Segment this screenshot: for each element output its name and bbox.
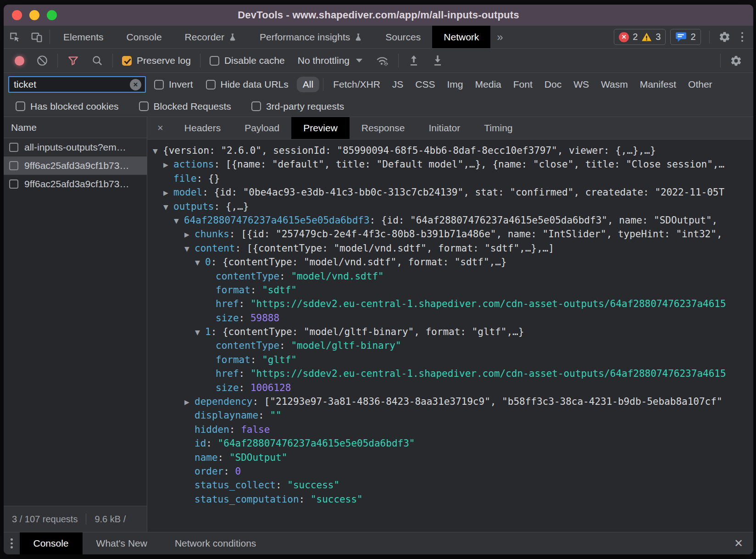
zoom-window-button[interactable] (47, 10, 57, 20)
json-tree-row[interactable]: file: {} (147, 172, 753, 185)
detail-tab-initiator[interactable]: Initiator (417, 117, 472, 139)
filter-funnel-icon[interactable] (62, 55, 84, 67)
json-tree-row[interactable]: contentType: "model/vnd.sdtf" (147, 269, 753, 283)
throttling-dropdown[interactable]: No throttling (292, 55, 368, 66)
json-tree-row[interactable]: size: 59888 (147, 311, 753, 325)
json-tree-row[interactable]: ▼0: {contentType: "model/vnd.sdtf", form… (147, 255, 753, 269)
json-tree-row[interactable]: ▼1: {contentType: "model/gltf-binary", f… (147, 325, 753, 339)
type-filter-wasm[interactable]: Wasm (595, 77, 634, 92)
type-filter-js[interactable]: JS (386, 77, 410, 92)
type-filter-ws[interactable]: WS (567, 77, 595, 92)
checkbox-unchecked[interactable] (139, 101, 149, 111)
checkbox-unchecked[interactable] (210, 56, 219, 66)
type-filter-all[interactable]: All (297, 77, 319, 92)
tree-expand-down-icon[interactable]: ▼ (153, 144, 163, 158)
clear-network-log-icon[interactable] (32, 55, 53, 67)
checkbox-unchecked[interactable] (251, 101, 261, 111)
type-filter-manifest[interactable]: Manifest (634, 77, 682, 92)
tree-expand-down-icon[interactable]: ▼ (163, 200, 173, 214)
preserve-log-checkbox[interactable]: Preserve log (117, 55, 195, 66)
tree-expand-down-icon[interactable]: ▼ (174, 214, 184, 228)
request-row[interactable]: all-inputs-outputs?em… (4, 138, 147, 157)
tab-network[interactable]: Network (432, 26, 490, 48)
name-column-header[interactable]: Name (11, 122, 37, 133)
invert-checkbox[interactable]: Invert (150, 79, 198, 90)
tree-expand-right-icon[interactable]: ▶ (163, 186, 173, 200)
drawer-tab-what-s-new[interactable]: What's New (83, 532, 161, 554)
drawer-tab-console[interactable]: Console (20, 532, 83, 554)
json-tree-row[interactable]: format: "sdtf" (147, 283, 753, 297)
3rd-party-requests-checkbox[interactable]: 3rd-party requests (247, 101, 349, 112)
json-tree-row[interactable]: order: 0 (147, 464, 753, 478)
json-tree-row[interactable]: size: 1006128 (147, 381, 753, 395)
type-filter-other[interactable]: Other (682, 77, 718, 92)
search-icon[interactable] (87, 55, 108, 67)
drawer-menu-kebab-icon[interactable] (4, 532, 20, 554)
checkbox-unchecked[interactable] (154, 80, 164, 89)
request-checkbox[interactable] (9, 161, 18, 170)
json-tree-row[interactable]: name: "SDOutput" (147, 451, 753, 464)
tree-expand-down-icon[interactable]: ▼ (195, 256, 205, 269)
tree-expand-down-icon[interactable]: ▼ (195, 325, 205, 339)
close-detail-icon[interactable]: × (147, 117, 172, 139)
settings-gear-icon[interactable] (713, 31, 736, 43)
tree-expand-right-icon[interactable]: ▶ (184, 395, 195, 409)
tree-expand-down-icon[interactable]: ▼ (184, 242, 195, 256)
tab-performance-insights[interactable]: Performance insights (248, 26, 374, 48)
errors-warnings-badge[interactable]: 2 3 (614, 29, 666, 45)
detail-tab-timing[interactable]: Timing (472, 117, 524, 139)
checkbox-unchecked[interactable] (16, 101, 25, 111)
type-filter-font[interactable]: Font (507, 77, 539, 92)
detail-tab-preview[interactable]: Preview (291, 117, 350, 139)
drawer-tab-network-conditions[interactable]: Network conditions (161, 532, 270, 554)
inspect-element-icon[interactable] (4, 26, 26, 48)
request-row[interactable]: 9ff6ac25afd3a9cf1b73… (4, 175, 147, 193)
import-har-icon[interactable] (403, 54, 424, 67)
close-drawer-icon[interactable]: ✕ (724, 532, 753, 554)
json-tree-row[interactable]: status_computation: "success" (147, 492, 753, 506)
json-tree-row[interactable]: ▶model: {id: "0be4ac93-e3db-41c3-bb0c-31… (147, 185, 753, 199)
device-toolbar-icon[interactable] (26, 26, 48, 48)
json-tree-row[interactable]: contentType: "model/gltf-binary" (147, 339, 753, 352)
json-tree-row[interactable]: ▶actions: [{name: "default", title: "Def… (147, 157, 753, 171)
json-tree-row[interactable]: ▼content: [{contentType: "model/vnd.sdtf… (147, 241, 753, 255)
json-tree-row[interactable]: href: "https://sddev2.eu-central-1.shape… (147, 367, 753, 380)
type-filter-img[interactable]: Img (441, 77, 469, 92)
tree-expand-right-icon[interactable]: ▶ (163, 158, 173, 172)
json-tree-row[interactable]: id: "64af28807476237a4615e5e05da6bdf3" (147, 436, 753, 450)
json-tree-row[interactable]: displayname: "" (147, 408, 753, 422)
request-checkbox[interactable] (9, 143, 18, 152)
json-tree-row[interactable]: hidden: false (147, 423, 753, 436)
json-tree-row[interactable]: href: "https://sddev2.eu-central-1.shape… (147, 297, 753, 311)
more-options-kebab-icon[interactable] (736, 32, 749, 42)
request-row[interactable]: 9ff6ac25afd3a9cf1b73… (4, 157, 147, 175)
json-tree-row[interactable]: ▼64af28807476237a4615e5e05da6bdf3: {id: … (147, 213, 753, 227)
tab-sources[interactable]: Sources (374, 26, 432, 48)
detail-tab-payload[interactable]: Payload (233, 117, 291, 139)
disable-cache-checkbox[interactable]: Disable cache (205, 55, 289, 66)
export-har-icon[interactable] (427, 54, 448, 67)
requests-table-header[interactable]: Name (4, 117, 147, 138)
type-filter-fetch-xhr[interactable]: Fetch/XHR (327, 77, 386, 92)
checkbox-checked[interactable] (122, 56, 132, 66)
json-tree-row[interactable]: ▼outputs: {,…} (147, 200, 753, 213)
tab-elements[interactable]: Elements (52, 26, 115, 48)
network-conditions-icon[interactable] (371, 55, 394, 67)
tab-console[interactable]: Console (115, 26, 173, 48)
checkbox-unchecked[interactable] (206, 80, 216, 89)
json-tree-row[interactable]: ▼{version: "2.6.0", sessionId: "85990094… (147, 144, 753, 157)
record-network-log-button[interactable] (15, 56, 24, 66)
type-filter-doc[interactable]: Doc (539, 77, 567, 92)
type-filter-media[interactable]: Media (469, 77, 507, 92)
minimize-window-button[interactable] (29, 10, 39, 20)
detail-tab-headers[interactable]: Headers (172, 117, 233, 139)
json-tree-row[interactable]: ▶chunks: [{id: "257479cb-2e4f-4f3c-80b8-… (147, 227, 753, 241)
request-checkbox[interactable] (9, 179, 18, 189)
detail-tab-response[interactable]: Response (350, 117, 417, 139)
network-settings-gear-icon[interactable] (725, 55, 747, 67)
close-window-button[interactable] (12, 10, 22, 20)
json-tree-row[interactable]: ▶dependency: ["21293e97-3a81-4836-8423-8… (147, 395, 753, 408)
has-blocked-cookies-checkbox[interactable]: Has blocked cookies (11, 101, 123, 112)
more-tabs-icon[interactable]: » (490, 26, 509, 48)
type-filter-css[interactable]: CSS (409, 77, 441, 92)
